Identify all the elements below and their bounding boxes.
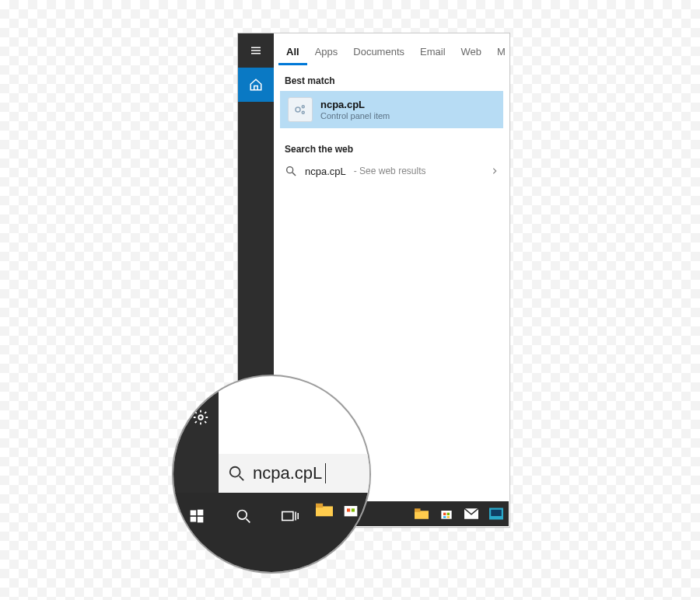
home-button[interactable] (238, 68, 274, 102)
start-button[interactable] (173, 493, 220, 539)
svg-rect-23 (191, 517, 197, 522)
tab-documents[interactable]: Documents (345, 37, 412, 65)
svg-rect-34 (352, 508, 355, 511)
svg-rect-31 (316, 504, 323, 508)
web-result-query: ncpa.cpL (305, 166, 346, 177)
web-result[interactable]: ncpa.cpL - See web results (274, 159, 509, 183)
search-button[interactable] (220, 493, 267, 539)
best-match-subtitle: Control panel item (320, 111, 390, 120)
windows-icon (189, 508, 205, 524)
svg-rect-27 (282, 512, 293, 521)
taskbar-microsoft-store[interactable] (340, 499, 362, 521)
search-icon (236, 508, 251, 524)
svg-point-3 (296, 107, 300, 112)
best-match-result[interactable]: ncpa.cpL Control panel item (280, 91, 503, 128)
svg-rect-13 (443, 516, 446, 518)
svg-rect-9 (415, 508, 421, 512)
tab-more[interactable]: M (489, 37, 509, 65)
svg-point-5 (302, 111, 304, 113)
best-match-title: ncpa.cpL (320, 99, 390, 110)
tab-email[interactable]: Email (412, 37, 453, 65)
svg-rect-8 (415, 511, 429, 519)
svg-rect-33 (347, 508, 350, 511)
task-view-icon (282, 509, 299, 523)
svg-point-4 (302, 106, 304, 108)
search-input-value: ncpa.cpL (253, 463, 322, 483)
svg-rect-21 (191, 511, 197, 516)
settings-icon[interactable] (192, 409, 209, 429)
category-tabs: All Apps Documents Email Web M (274, 33, 509, 68)
search-icon (285, 165, 297, 177)
tab-all[interactable]: All (278, 37, 307, 65)
taskbar-microsoft-store[interactable] (434, 501, 459, 526)
tab-apps[interactable]: Apps (307, 37, 346, 65)
svg-rect-11 (443, 513, 446, 515)
control-panel-item-icon (288, 97, 313, 122)
svg-rect-24 (198, 517, 204, 523)
search-icon (228, 465, 245, 482)
svg-rect-30 (316, 506, 333, 516)
taskbar-mail[interactable] (459, 501, 484, 526)
svg-line-7 (292, 173, 296, 176)
svg-point-19 (230, 467, 240, 477)
svg-point-6 (287, 167, 293, 173)
best-match-label: Best match (274, 68, 509, 91)
chevron-right-icon (491, 164, 499, 178)
svg-rect-12 (447, 513, 450, 515)
task-view-button[interactable] (267, 493, 313, 539)
magnifier-callout: ncpa.cpL (172, 375, 371, 574)
svg-rect-10 (441, 511, 451, 519)
taskbar-app-generic[interactable] (484, 501, 509, 526)
taskbar-file-explorer[interactable] (409, 501, 434, 526)
svg-line-20 (240, 476, 244, 481)
hamburger-icon (249, 44, 263, 58)
svg-rect-32 (345, 506, 358, 516)
home-icon (249, 78, 263, 92)
svg-point-25 (238, 511, 247, 520)
svg-rect-17 (491, 510, 502, 516)
web-result-hint: - See web results (354, 166, 426, 176)
svg-rect-14 (447, 516, 450, 518)
menu-button[interactable] (238, 33, 274, 68)
search-input[interactable]: ncpa.cpL (219, 454, 369, 493)
text-cursor (325, 463, 326, 483)
search-web-label: Search the web (274, 136, 509, 159)
svg-point-18 (198, 415, 203, 420)
svg-line-26 (246, 518, 250, 522)
tab-web[interactable]: Web (453, 37, 490, 65)
svg-rect-22 (198, 510, 204, 516)
taskbar-file-explorer[interactable] (313, 499, 335, 521)
